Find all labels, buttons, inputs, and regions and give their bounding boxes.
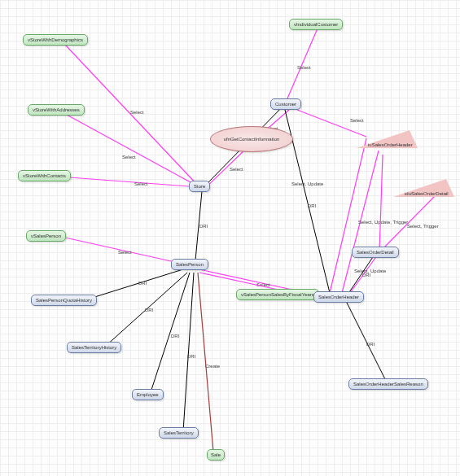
- function-label: ufnGetContactInformation: [224, 137, 280, 142]
- table-sales-person-quota-history[interactable]: SalesPersonQuotaHistory: [31, 295, 97, 306]
- table-store[interactable]: Store: [189, 181, 210, 192]
- svg-line-9: [195, 191, 202, 260]
- svg-line-19: [330, 138, 366, 293]
- edge-label: DRI: [362, 273, 371, 277]
- diagram-canvas[interactable]: Select Select Select Select Select DRI S…: [0, 0, 460, 476]
- edge-label: DRI: [366, 342, 375, 347]
- svg-line-23: [379, 155, 383, 252]
- edge-label: Select: [350, 118, 364, 123]
- trigger-label: iuSalesOrderHeader: [368, 142, 413, 147]
- edges-layer: Select Select Select Select Select DRI S…: [0, 0, 460, 476]
- table-sales-person[interactable]: SalesPerson: [171, 259, 208, 270]
- edge-label: DRI: [308, 203, 317, 208]
- table-sales-order-header[interactable]: SalesOrderHeader: [313, 291, 364, 303]
- svg-line-11: [90, 269, 186, 299]
- svg-line-3: [65, 238, 186, 264]
- edge-label: Select: [256, 282, 270, 287]
- svg-line-13: [151, 273, 190, 392]
- table-sales-order-header-sales-reason[interactable]: SalesOrderHeaderSalesReason: [348, 378, 428, 390]
- edge-label: DRI: [145, 308, 154, 312]
- trigger-label: iduSalesOrderDetail: [405, 191, 449, 196]
- edge-label: Select: [130, 110, 144, 115]
- svg-line-1: [65, 114, 199, 187]
- view-vstore-with-contacts[interactable]: vStoreWithContacts: [18, 170, 71, 181]
- svg-line-24: [346, 301, 387, 382]
- table-sales-order-detail[interactable]: SalesOrderDetail: [352, 247, 399, 258]
- svg-line-22: [350, 252, 379, 293]
- edge-label: DRI: [187, 354, 196, 359]
- edge-label: Select: [230, 167, 243, 172]
- edge-label: DRI: [138, 281, 147, 286]
- table-customer[interactable]: Customer: [270, 98, 301, 110]
- function-ufn-get-contact-information[interactable]: ufnGetContactInformation: [210, 126, 293, 152]
- table-sales-territory[interactable]: SalesTerritory: [159, 427, 199, 439]
- edge-label: DRI: [171, 334, 180, 338]
- view-vstore-with-demographics[interactable]: vStoreWithDemographics: [23, 34, 88, 46]
- view-vsales-person[interactable]: vSalesPerson: [26, 230, 66, 242]
- svg-line-21: [379, 195, 436, 252]
- svg-line-12: [106, 273, 187, 346]
- edge-label: Select: [122, 155, 136, 159]
- svg-line-18: [342, 151, 379, 293]
- svg-line-0: [65, 45, 199, 187]
- edge-label: Select, Update: [291, 181, 324, 186]
- svg-line-15: [198, 273, 213, 452]
- table-sales-territory-history[interactable]: SalesTerritoryHistory: [67, 342, 121, 353]
- edge-label: DRI: [199, 224, 208, 229]
- edge-label: Select, Update, Trigger: [358, 220, 408, 225]
- edge-label: Create: [205, 364, 221, 369]
- svg-line-2: [69, 177, 199, 187]
- view-vindividual-customer[interactable]: vIndividualCustomer: [289, 19, 343, 30]
- svg-line-25: [346, 252, 376, 297]
- svg-line-4: [285, 28, 318, 104]
- edge-label: Select: [118, 250, 132, 255]
- edge-label: Select: [297, 65, 311, 70]
- view-vsales-person-sales-by-fiscal-years[interactable]: vSalesPersonSalesByFiscalYears: [236, 289, 319, 300]
- table-sale[interactable]: Sale: [207, 449, 225, 461]
- view-vstore-with-addresses[interactable]: vStoreWithAddresses: [28, 104, 85, 116]
- table-employee[interactable]: Employee: [132, 389, 164, 400]
- edge-label: Select, Trigger: [407, 224, 439, 229]
- edge-label: Select: [134, 181, 148, 186]
- svg-line-14: [183, 273, 194, 431]
- edge-label: Select, Update: [354, 269, 387, 273]
